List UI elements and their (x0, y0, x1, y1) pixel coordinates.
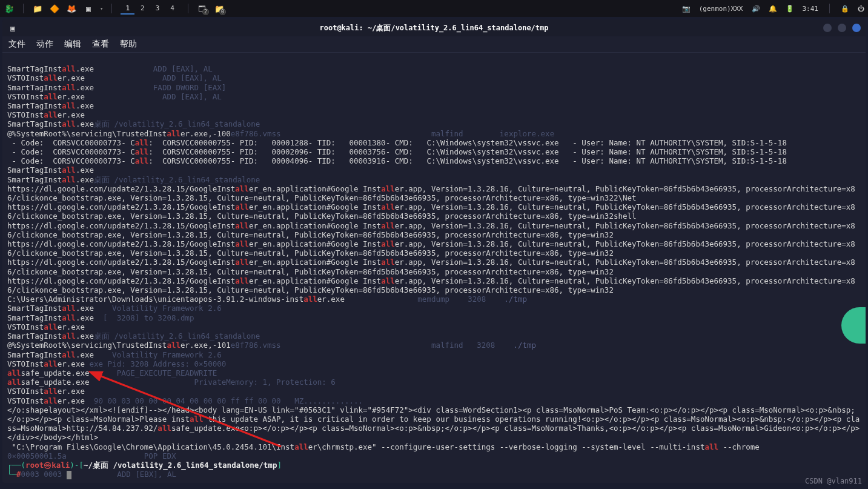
task-button-2[interactable]: 📁0 (214, 3, 225, 14)
terminal-icon[interactable]: ▣ (83, 3, 94, 14)
clock[interactable]: 3:41 (803, 5, 819, 13)
notification-bell-icon[interactable]: 🔔 (769, 5, 777, 13)
out-line: VSTOInstaller.exe (7, 322, 85, 331)
out-line: https://dl.google.com/update2/1.3.28.15/… (7, 221, 855, 239)
out-line: VSTOInstaller.exe (7, 110, 85, 119)
out-line: - Code: CORSVCC00000773- Call: CORSVCC00… (7, 138, 787, 147)
mascot-overlay-icon (841, 307, 866, 344)
firefox-icon[interactable]: 🦊 (66, 3, 77, 14)
battery-icon[interactable]: 🔋 (786, 5, 794, 13)
burp-icon[interactable]: 🔶 (49, 3, 60, 14)
window-titlebar[interactable]: ▣ root@kali: ~/桌面/volatility_2.6_lin64_s… (2, 19, 866, 36)
window-title: root@kali: ~/桌面/volatility_2.6_lin64_sta… (319, 23, 548, 33)
menu-file[interactable]: 文件 (8, 39, 25, 50)
out-line: C:\Users\Administrator\Downloads\unicent… (7, 294, 527, 304)
files-icon[interactable]: 📁 (32, 3, 43, 14)
out-line: SmartTagInstall.exe桌面 /volatility_2.6_li… (7, 175, 260, 184)
out-line: https://dl.google.com/update2/1.3.28.15/… (7, 276, 855, 294)
volume-icon[interactable]: 🔊 (752, 5, 760, 13)
lock-icon[interactable]: 🔒 (841, 5, 849, 13)
out-line: @%SystemRoot%\servicing\TrustedInstaller… (7, 129, 554, 138)
menu-edit[interactable]: 编辑 (64, 39, 81, 50)
out-line: SmartTagInstall.exe Volatility Framework… (7, 304, 222, 313)
minimize-button[interactable] (823, 24, 832, 32)
out-line: allsafe_update.exe PrivateMemory: 1, Pro… (7, 378, 336, 387)
workspace-3[interactable]: 3 (151, 3, 165, 15)
out-line: SmartTagInstall.exe Volatility Framework… (7, 350, 222, 359)
out-line: @%SystemRoot%\servicing\TrustedInstaller… (7, 341, 536, 350)
out-line: VSTOInstaller.exe (7, 387, 85, 396)
out-line: VSTOInstaller.exe ADD [EAX], AL (7, 92, 222, 101)
workspace-4[interactable]: 4 (165, 3, 179, 15)
camera-indicator-icon[interactable]: 📷 (682, 5, 691, 13)
out-line: VSTOInstaller.exe ADD [EAX], AL (7, 73, 222, 82)
close-button[interactable] (852, 24, 861, 32)
separator (111, 4, 112, 13)
task-button-1[interactable]: 🗔2 (197, 3, 208, 14)
window-menu-icon[interactable]: ▣ (7, 22, 18, 33)
out-line: https://dl.google.com/update2/1.3.28.15/… (7, 258, 855, 276)
out-line: - Code: CORSVCC00000773- Call: CORSVCC00… (7, 156, 787, 165)
workspace-switcher[interactable]: 1 2 3 4 (121, 3, 179, 15)
kali-menu-icon[interactable]: 🐉 (4, 3, 15, 14)
out-line: SmartTagInstall.exe ADD [EAX], AL (7, 64, 213, 73)
cursor (67, 471, 71, 479)
workspace-2[interactable]: 2 (136, 3, 150, 15)
terminal-menubar: 文件 动作 编辑 查看 帮助 (2, 36, 866, 53)
out-line: - Code: CORSVCC00000773- Call: CORSVCC00… (7, 147, 787, 156)
terminal-output[interactable]: SmartTagInstall.exe ADD [EAX], AL VSTOIn… (2, 53, 866, 483)
separator (829, 4, 830, 13)
separator (23, 4, 24, 13)
out-line: https://dl.google.com/update2/1.3.28.15/… (7, 202, 855, 221)
menu-help[interactable]: 帮助 (120, 39, 137, 50)
out-line: https://dl.google.com/update2/1.3.28.15/… (7, 239, 855, 258)
out-line: </o:shapelayout></xml><![endif]--></head… (7, 405, 860, 442)
prompt-line[interactable]: └─#0003 0003 ADD [EBX], AL (7, 470, 176, 479)
out-line: https://dl.google.com/update2/1.3.28.15/… (7, 184, 855, 202)
power-icon[interactable]: ⏻ (858, 5, 864, 13)
watermark: CSDN @vlan911 (805, 477, 862, 485)
out-line: VSTOInstaller.exe 90 00 03 00 00 00 04 0… (7, 396, 363, 405)
menu-action[interactable]: 动作 (36, 39, 53, 50)
prompt-line: ┌──(root㉿kali)-[~/桌面 /volatility_2.6_lin… (7, 461, 282, 470)
out-line: SmartTagInstall.exe FADD DWORD [EAX] (7, 83, 226, 92)
out-line: SmartTagInstall.exe桌面 /volatility_2.6_li… (7, 331, 260, 341)
out-line: SmartTagInstall.exe桌面 /volatility_2.6_li… (7, 119, 260, 128)
out-line: VSTOInstaller.exe exe Pid: 3208 Address:… (7, 359, 226, 368)
menu-view[interactable]: 查看 (92, 39, 109, 50)
desktop-taskbar: 🐉 📁 🔶 🦊 ▣ ▾ 1 2 3 4 🗔2 📁0 📷 (genmon)XXX … (0, 0, 868, 17)
separator (188, 4, 188, 13)
out-line: "C:\Program Files\Google\Chrome\Applicat… (7, 442, 760, 451)
workspace-1[interactable]: 1 (121, 3, 134, 15)
terminal-window: ▣ root@kali: ~/桌面/volatility_2.6_lin64_s… (2, 19, 866, 483)
out-line: SmartTagInstall.exe [ 3208] to 3208.dmp (7, 313, 194, 322)
out-line: SmartTagInstall.exe (7, 165, 94, 175)
out-line: 0×00050001.5a POP EDX (7, 451, 176, 461)
out-line: allsafe_update.exe PAGE_EXECUTE_READWRIT… (7, 368, 217, 378)
genmon-text: (genmon)XXX (699, 5, 743, 13)
out-line: SmartTagInstall.exe (7, 101, 94, 110)
maximize-button[interactable] (838, 24, 846, 32)
